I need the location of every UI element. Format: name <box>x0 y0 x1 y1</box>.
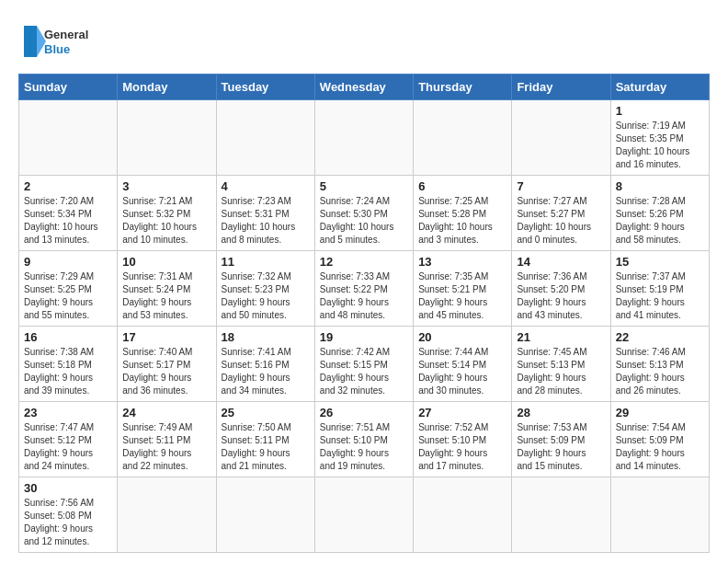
calendar-cell: 12Sunrise: 7:33 AM Sunset: 5:22 PM Dayli… <box>314 251 413 327</box>
calendar-table: SundayMondayTuesdayWednesdayThursdayFrid… <box>18 74 710 553</box>
day-number: 25 <box>222 406 310 419</box>
day-number: 8 <box>616 179 704 193</box>
day-number: 22 <box>616 330 704 344</box>
day-info: Sunrise: 7:32 AM Sunset: 5:23 PM Dayligh… <box>222 270 310 322</box>
day-info: Sunrise: 7:42 AM Sunset: 5:15 PM Dayligh… <box>320 346 408 397</box>
day-info: Sunrise: 7:44 AM Sunset: 5:14 PM Dayligh… <box>418 346 506 397</box>
day-info: Sunrise: 7:37 AM Sunset: 5:19 PM Dayligh… <box>616 270 704 322</box>
calendar-cell <box>118 100 216 176</box>
day-info: Sunrise: 7:40 AM Sunset: 5:17 PM Dayligh… <box>122 346 210 397</box>
weekday-header-row: SundayMondayTuesdayWednesdayThursdayFrid… <box>19 75 710 100</box>
calendar-cell: 15Sunrise: 7:37 AM Sunset: 5:19 PM Dayli… <box>610 251 709 327</box>
calendar-week-1: 2Sunrise: 7:20 AM Sunset: 5:34 PM Daylig… <box>19 176 710 251</box>
day-info: Sunrise: 7:47 AM Sunset: 5:12 PM Dayligh… <box>24 421 112 473</box>
svg-text:General: General <box>44 28 88 41</box>
day-info: Sunrise: 7:49 AM Sunset: 5:11 PM Dayligh… <box>122 421 210 473</box>
page-header: General Blue <box>18 18 710 64</box>
day-number: 16 <box>24 330 112 344</box>
day-number: 29 <box>616 406 704 419</box>
calendar-cell: 9Sunrise: 7:29 AM Sunset: 5:25 PM Daylig… <box>19 251 118 327</box>
day-number: 6 <box>418 179 506 193</box>
day-info: Sunrise: 7:54 AM Sunset: 5:09 PM Dayligh… <box>616 421 704 473</box>
day-info: Sunrise: 7:29 AM Sunset: 5:25 PM Dayligh… <box>24 270 112 322</box>
weekday-header-sunday: Sunday <box>19 75 118 100</box>
day-number: 27 <box>418 406 506 419</box>
day-number: 4 <box>222 179 310 193</box>
logo: General Blue <box>18 18 101 64</box>
day-number: 15 <box>616 255 704 269</box>
calendar-cell: 18Sunrise: 7:41 AM Sunset: 5:16 PM Dayli… <box>216 327 314 402</box>
day-info: Sunrise: 7:52 AM Sunset: 5:10 PM Dayligh… <box>418 421 506 473</box>
day-info: Sunrise: 7:36 AM Sunset: 5:20 PM Dayligh… <box>517 270 605 322</box>
day-info: Sunrise: 7:28 AM Sunset: 5:26 PM Dayligh… <box>616 195 704 247</box>
calendar-cell: 4Sunrise: 7:23 AM Sunset: 5:31 PM Daylig… <box>216 176 314 251</box>
day-info: Sunrise: 7:25 AM Sunset: 5:28 PM Dayligh… <box>418 195 506 247</box>
calendar-cell: 20Sunrise: 7:44 AM Sunset: 5:14 PM Dayli… <box>414 327 512 402</box>
calendar-cell <box>314 100 413 176</box>
day-info: Sunrise: 7:53 AM Sunset: 5:09 PM Dayligh… <box>517 421 605 473</box>
day-info: Sunrise: 7:41 AM Sunset: 5:16 PM Dayligh… <box>222 346 310 397</box>
weekday-header-monday: Monday <box>118 75 216 100</box>
day-number: 20 <box>418 330 506 344</box>
calendar-cell: 13Sunrise: 7:35 AM Sunset: 5:21 PM Dayli… <box>414 251 512 327</box>
day-number: 26 <box>320 406 408 419</box>
day-number: 2 <box>24 179 112 193</box>
day-info: Sunrise: 7:45 AM Sunset: 5:13 PM Dayligh… <box>517 346 605 397</box>
calendar-cell: 6Sunrise: 7:25 AM Sunset: 5:28 PM Daylig… <box>414 176 512 251</box>
day-number: 14 <box>517 255 605 269</box>
day-info: Sunrise: 7:24 AM Sunset: 5:30 PM Dayligh… <box>320 195 408 247</box>
weekday-header-friday: Friday <box>512 75 610 100</box>
day-number: 3 <box>122 179 210 193</box>
day-info: Sunrise: 7:35 AM Sunset: 5:21 PM Dayligh… <box>418 270 506 322</box>
calendar-cell: 25Sunrise: 7:50 AM Sunset: 5:11 PM Dayli… <box>216 402 314 477</box>
day-info: Sunrise: 7:31 AM Sunset: 5:24 PM Dayligh… <box>122 270 210 322</box>
calendar-week-0: 1Sunrise: 7:19 AM Sunset: 5:35 PM Daylig… <box>19 100 710 176</box>
calendar-cell <box>610 477 709 553</box>
day-number: 18 <box>222 330 310 344</box>
calendar-cell: 26Sunrise: 7:51 AM Sunset: 5:10 PM Dayli… <box>314 402 413 477</box>
day-number: 10 <box>122 255 210 269</box>
calendar-cell: 3Sunrise: 7:21 AM Sunset: 5:32 PM Daylig… <box>118 176 216 251</box>
calendar-cell: 21Sunrise: 7:45 AM Sunset: 5:13 PM Dayli… <box>512 327 610 402</box>
calendar-cell: 7Sunrise: 7:27 AM Sunset: 5:27 PM Daylig… <box>512 176 610 251</box>
day-info: Sunrise: 7:50 AM Sunset: 5:11 PM Dayligh… <box>222 421 310 473</box>
calendar-cell: 19Sunrise: 7:42 AM Sunset: 5:15 PM Dayli… <box>314 327 413 402</box>
calendar-cell: 8Sunrise: 7:28 AM Sunset: 5:26 PM Daylig… <box>610 176 709 251</box>
calendar-cell: 11Sunrise: 7:32 AM Sunset: 5:23 PM Dayli… <box>216 251 314 327</box>
day-number: 17 <box>122 330 210 344</box>
day-number: 21 <box>517 330 605 344</box>
day-info: Sunrise: 7:51 AM Sunset: 5:10 PM Dayligh… <box>320 421 408 473</box>
weekday-header-thursday: Thursday <box>414 75 512 100</box>
day-number: 9 <box>24 255 112 269</box>
day-info: Sunrise: 7:21 AM Sunset: 5:32 PM Dayligh… <box>122 195 210 247</box>
svg-text:Blue: Blue <box>44 42 70 56</box>
calendar-cell <box>19 100 118 176</box>
day-number: 23 <box>24 406 112 419</box>
calendar-cell: 10Sunrise: 7:31 AM Sunset: 5:24 PM Dayli… <box>118 251 216 327</box>
calendar-week-5: 30Sunrise: 7:56 AM Sunset: 5:08 PM Dayli… <box>19 477 710 553</box>
logo-svg: General Blue <box>18 18 101 64</box>
calendar-cell <box>414 477 512 553</box>
calendar-cell <box>512 477 610 553</box>
calendar-cell <box>216 100 314 176</box>
calendar-cell: 16Sunrise: 7:38 AM Sunset: 5:18 PM Dayli… <box>19 327 118 402</box>
calendar-cell: 28Sunrise: 7:53 AM Sunset: 5:09 PM Dayli… <box>512 402 610 477</box>
day-info: Sunrise: 7:56 AM Sunset: 5:08 PM Dayligh… <box>24 497 112 548</box>
calendar-cell <box>512 100 610 176</box>
svg-marker-2 <box>24 26 37 57</box>
day-info: Sunrise: 7:23 AM Sunset: 5:31 PM Dayligh… <box>222 195 310 247</box>
calendar-cell: 22Sunrise: 7:46 AM Sunset: 5:13 PM Dayli… <box>610 327 709 402</box>
calendar-cell: 29Sunrise: 7:54 AM Sunset: 5:09 PM Dayli… <box>610 402 709 477</box>
day-info: Sunrise: 7:33 AM Sunset: 5:22 PM Dayligh… <box>320 270 408 322</box>
day-info: Sunrise: 7:27 AM Sunset: 5:27 PM Dayligh… <box>517 195 605 247</box>
calendar-cell <box>216 477 314 553</box>
day-number: 1 <box>616 104 704 118</box>
calendar-cell: 24Sunrise: 7:49 AM Sunset: 5:11 PM Dayli… <box>118 402 216 477</box>
calendar-cell: 27Sunrise: 7:52 AM Sunset: 5:10 PM Dayli… <box>414 402 512 477</box>
day-info: Sunrise: 7:19 AM Sunset: 5:35 PM Dayligh… <box>616 120 704 171</box>
day-number: 11 <box>222 255 310 269</box>
calendar-cell: 2Sunrise: 7:20 AM Sunset: 5:34 PM Daylig… <box>19 176 118 251</box>
calendar-cell: 14Sunrise: 7:36 AM Sunset: 5:20 PM Dayli… <box>512 251 610 327</box>
calendar-body: 1Sunrise: 7:19 AM Sunset: 5:35 PM Daylig… <box>19 100 710 553</box>
day-number: 5 <box>320 179 408 193</box>
